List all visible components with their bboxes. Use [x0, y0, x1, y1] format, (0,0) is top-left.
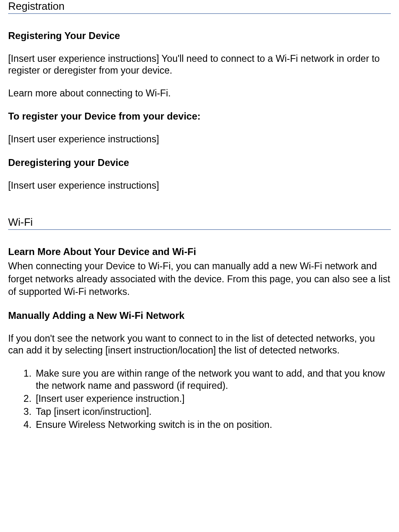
heading-manual-add: Manually Adding a New Wi-Fi Network [8, 310, 391, 321]
paragraph-learn-more-body: When connecting your Device to Wi-Fi, yo… [8, 260, 391, 299]
document-page: Registration Registering Your Device [In… [0, 0, 399, 440]
section-title-wifi: Wi-Fi [8, 216, 391, 230]
steps-list: Make sure you are within range of the ne… [8, 367, 391, 431]
paragraph-to-register-body: [Insert user experience instructions] [8, 133, 391, 145]
heading-learn-more-wifi: Learn More About Your Device and Wi-Fi [8, 246, 391, 257]
paragraph-learn-more-wifi: Learn more about connecting to Wi-Fi. [8, 87, 391, 99]
paragraph-register-intro: [Insert user experience instructions] Yo… [8, 53, 391, 77]
paragraph-manual-add-body: If you don't see the network you want to… [8, 333, 391, 357]
list-item: Tap [insert icon/instruction]. [34, 406, 391, 418]
list-item: Ensure Wireless Networking switch is in … [34, 419, 391, 431]
heading-deregistering: Deregistering your Device [8, 157, 391, 168]
list-item: [Insert user experience instruction.] [34, 392, 391, 405]
heading-registering-device: Registering Your Device [8, 30, 391, 41]
heading-to-register: To register your Device from your device… [8, 111, 391, 122]
list-item: Make sure you are within range of the ne… [34, 367, 391, 392]
section-title-registration: Registration [8, 0, 391, 14]
paragraph-deregister-body: [Insert user experience instructions] [8, 180, 391, 192]
